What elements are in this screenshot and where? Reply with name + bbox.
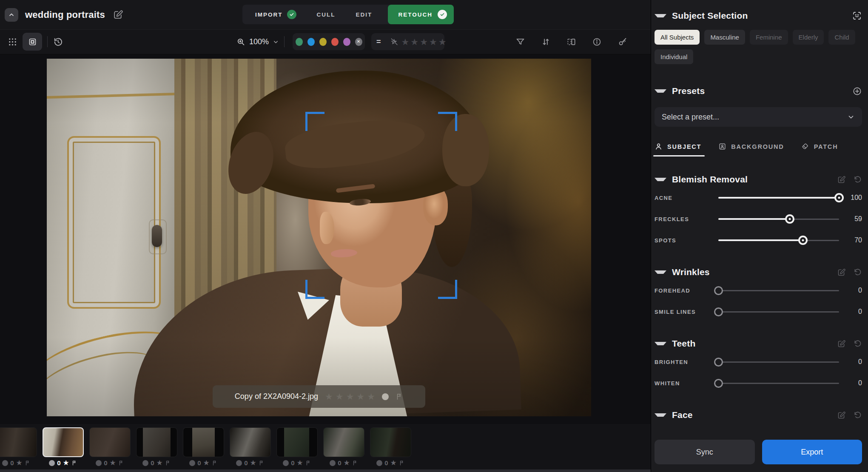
green-label-dot[interactable] [296, 38, 303, 46]
filter-icon[interactable] [515, 37, 525, 47]
sync-button[interactable]: Sync [655, 440, 755, 464]
tab-retouch[interactable]: RETOUCH [388, 5, 454, 24]
flag-icon[interactable] [212, 460, 218, 466]
star-icon[interactable]: ★ [157, 459, 163, 466]
blue-label-dot[interactable] [307, 38, 315, 46]
filmstrip-thumbnail[interactable]: 0 ★ [183, 427, 224, 466]
subject-option-child[interactable]: Child [828, 30, 855, 45]
reset-section-icon[interactable] [853, 339, 862, 348]
preset-select[interactable]: Select a preset... [655, 107, 862, 127]
shortcuts-key-icon[interactable] [618, 37, 628, 47]
color-label-icon[interactable] [189, 460, 195, 466]
star-icon[interactable]: ★ [367, 392, 375, 401]
tab-edit[interactable]: EDIT [346, 5, 383, 24]
star-off-icon[interactable] [390, 37, 398, 46]
star-icon[interactable]: ★ [325, 392, 333, 401]
color-label-icon[interactable] [236, 460, 242, 466]
star-icon[interactable]: ★ [344, 459, 350, 466]
collapse-triangle-icon[interactable] [655, 270, 666, 274]
zoom-control[interactable]: 100% [236, 29, 279, 54]
thumbnail-image[interactable] [370, 427, 411, 457]
red-label-dot[interactable] [331, 38, 339, 46]
star-icon[interactable]: ★ [336, 392, 344, 401]
filmstrip-thumbnail[interactable]: 0 ★ [323, 427, 364, 466]
filmstrip-thumbnail[interactable]: 0 ★ [0, 427, 37, 466]
star-icon[interactable]: ★ [401, 37, 410, 46]
thumbnail-image[interactable] [136, 427, 177, 457]
rating-equals-icon[interactable]: = [376, 37, 381, 46]
star-icon[interactable]: ★ [63, 459, 69, 466]
subject-option-individual[interactable]: Individual [655, 49, 693, 64]
flag-icon[interactable] [305, 460, 311, 466]
thumbnail-image[interactable] [230, 427, 271, 457]
filmstrip-thumbnail[interactable]: 0 ★ [370, 427, 411, 466]
photo-viewer[interactable]: Copy of 2X2A0904-2.jpg ★★★★★ [47, 59, 591, 416]
star-icon[interactable]: ★ [429, 37, 437, 46]
flag-icon[interactable] [118, 460, 124, 466]
collapse-triangle-icon[interactable] [655, 413, 666, 417]
color-label-circle[interactable] [382, 393, 389, 400]
slider-thumb[interactable] [798, 236, 808, 245]
purple-label-dot[interactable] [343, 38, 350, 46]
edit-section-icon[interactable] [837, 268, 846, 277]
subject-option-feminine[interactable]: Feminine [750, 30, 788, 45]
star-icon[interactable]: ★ [250, 459, 256, 466]
filmstrip-thumbnail[interactable]: 0 ★ [89, 427, 131, 466]
add-preset-icon[interactable] [852, 86, 862, 96]
slider-thumb[interactable] [834, 193, 844, 202]
slider-track[interactable] [718, 214, 839, 224]
slider-track[interactable] [718, 307, 839, 316]
tab-subject[interactable]: SUBJECT [655, 142, 701, 156]
history-icon[interactable] [53, 37, 63, 47]
collapse-triangle-icon[interactable] [655, 89, 666, 93]
star-icon[interactable]: ★ [297, 459, 303, 466]
thumbnail-image[interactable] [276, 427, 318, 457]
subject-option-masculine[interactable]: Masculine [704, 30, 745, 45]
slider-thumb[interactable] [714, 307, 723, 316]
slider-track[interactable] [718, 286, 839, 295]
edit-section-icon[interactable] [837, 339, 846, 348]
color-label-icon[interactable] [2, 460, 8, 466]
single-view-button[interactable] [23, 33, 42, 51]
sort-icon[interactable] [541, 37, 551, 47]
tab-background[interactable]: BACKGROUND [718, 142, 784, 156]
compare-view-icon[interactable] [566, 37, 576, 47]
collapse-triangle-icon[interactable] [655, 14, 666, 17]
thumbnail-image[interactable] [43, 427, 84, 457]
thumbnail-image[interactable] [0, 427, 37, 457]
reset-section-icon[interactable] [853, 175, 862, 184]
filmstrip-thumbnail[interactable]: 0 ★ [136, 427, 177, 466]
edit-section-icon[interactable] [837, 175, 846, 184]
export-button[interactable]: Export [762, 440, 862, 464]
tab-cull[interactable]: CULL [307, 5, 346, 24]
flag-icon[interactable] [165, 460, 171, 466]
color-label-icon[interactable] [376, 460, 382, 466]
filmstrip-thumbnail[interactable]: 0 ★ [230, 427, 271, 466]
star-icon[interactable]: ★ [110, 459, 116, 466]
star-icon[interactable]: ★ [16, 459, 23, 466]
flag-icon[interactable] [259, 460, 265, 466]
flag-icon[interactable] [352, 460, 358, 466]
collapse-triangle-icon[interactable] [655, 178, 666, 181]
color-label-icon[interactable] [330, 460, 336, 466]
slider-track[interactable] [718, 378, 839, 388]
thumbnail-image[interactable] [89, 427, 131, 457]
subject-option-all-subjects[interactable]: All Subjects [655, 30, 700, 45]
color-label-icon[interactable] [96, 460, 102, 466]
slider-thumb[interactable] [714, 358, 723, 367]
grid-view-icon[interactable] [8, 37, 17, 47]
filmstrip-thumbnail[interactable]: 0 ★ [276, 427, 318, 466]
flag-icon[interactable] [25, 460, 31, 466]
star-icon[interactable]: ★ [410, 37, 418, 46]
star-icon[interactable]: ★ [390, 459, 397, 466]
filmstrip-thumbnail[interactable]: 0 ★ [43, 427, 84, 466]
rename-project-icon[interactable] [113, 9, 123, 20]
slider-track[interactable] [718, 236, 839, 245]
collapse-button[interactable] [5, 8, 18, 22]
yellow-label-dot[interactable] [319, 38, 327, 46]
slider-track[interactable] [718, 357, 839, 367]
star-icon[interactable]: ★ [203, 459, 210, 466]
flag-icon[interactable] [396, 393, 403, 401]
tab-import[interactable]: IMPORT [242, 5, 307, 24]
tab-patch[interactable]: PATCH [801, 142, 838, 156]
